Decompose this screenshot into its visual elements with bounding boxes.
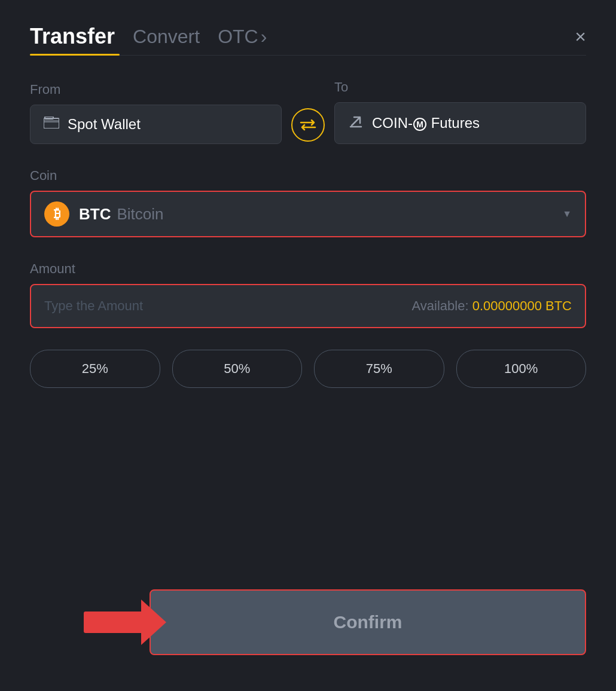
from-wallet-box[interactable]: Spot Wallet xyxy=(30,105,282,144)
swap-wrapper xyxy=(282,108,334,144)
arrow-wrapper xyxy=(30,611,150,633)
wallet-icon xyxy=(44,117,59,132)
svg-rect-0 xyxy=(44,118,59,129)
modal-header: Transfer Convert OTC › × xyxy=(30,24,586,49)
confirm-button[interactable]: Confirm xyxy=(150,589,586,655)
coin-full-name: Bitcoin xyxy=(117,205,163,224)
active-tab-indicator xyxy=(30,54,120,56)
spacer xyxy=(30,424,586,589)
to-wallet-box[interactable]: COIN-M Futures xyxy=(334,102,586,144)
from-group: From Spot Wallet xyxy=(30,82,282,144)
to-futures-name: COIN-M Futures xyxy=(372,115,480,132)
amount-label: Amount xyxy=(30,261,586,277)
to-group: To COIN-M Futures xyxy=(334,80,586,144)
amount-input-box[interactable]: Type the Amount Available: 0.00000000 BT… xyxy=(30,284,586,328)
transfer-modal: Transfer Convert OTC › × From Spot Walle xyxy=(0,0,616,691)
svg-rect-1 xyxy=(44,120,59,123)
tab-transfer[interactable]: Transfer xyxy=(30,24,115,49)
futures-icon xyxy=(348,114,364,133)
coin-section: Coin ₿ BTC Bitcoin ▼ xyxy=(30,168,586,237)
from-to-section: From Spot Wallet xyxy=(30,80,586,144)
coin-dropdown-arrow: ▼ xyxy=(562,209,572,219)
amount-placeholder: Type the Amount xyxy=(44,298,143,314)
pct-25-button[interactable]: 25% xyxy=(30,350,160,388)
red-arrow-icon xyxy=(84,611,144,633)
available-value: 0.00000000 BTC xyxy=(472,298,572,313)
coin-label: Coin xyxy=(30,168,586,184)
amount-available: Available: 0.00000000 BTC xyxy=(412,298,572,314)
bottom-section: Confirm xyxy=(30,589,586,655)
percentage-buttons: 25% 50% 75% 100% xyxy=(30,350,586,388)
otc-chevron: › xyxy=(261,26,267,48)
from-wallet-name: Spot Wallet xyxy=(68,116,141,133)
available-label: Available: xyxy=(412,298,469,313)
pct-75-button[interactable]: 75% xyxy=(314,350,444,388)
close-button[interactable]: × xyxy=(575,27,586,46)
tab-convert[interactable]: Convert xyxy=(133,26,200,48)
coin-symbol: BTC xyxy=(79,205,111,224)
to-label: To xyxy=(334,80,586,95)
tab-divider xyxy=(30,55,586,56)
swap-button[interactable] xyxy=(291,108,325,142)
pct-50-button[interactable]: 50% xyxy=(172,350,303,388)
tab-otc[interactable]: OTC › xyxy=(218,26,267,48)
coin-selector[interactable]: ₿ BTC Bitcoin ▼ xyxy=(30,191,586,237)
from-label: From xyxy=(30,82,282,97)
btc-icon: ₿ xyxy=(44,201,69,227)
amount-section: Amount Type the Amount Available: 0.0000… xyxy=(30,261,586,328)
pct-100-button[interactable]: 100% xyxy=(456,350,587,388)
circled-m: M xyxy=(413,118,426,131)
